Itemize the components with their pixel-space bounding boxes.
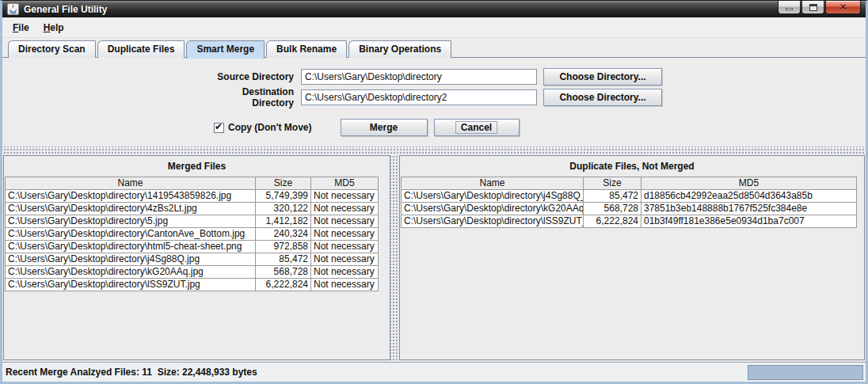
table-cell[interactable]: Not necessary [311, 190, 379, 203]
table-cell[interactable]: Not necessary [311, 203, 379, 215]
table-cell[interactable]: 5,749,399 [256, 190, 311, 203]
vertical-split-divider[interactable] [390, 154, 399, 362]
table-cell[interactable]: 6,222,824 [256, 279, 311, 291]
table-cell[interactable]: C:\Users\Gary\Desktop\directory\j4Sg88Q.… [6, 253, 256, 266]
table-cell[interactable]: C:\Users\Gary\Desktop\directory\j4Sg88Q_… [402, 190, 584, 203]
table-cell[interactable]: 1,412,182 [256, 215, 311, 228]
column-header-md5[interactable]: MD5 [311, 177, 379, 190]
copy-checkbox-label: Copy (Don't Move) [228, 122, 312, 133]
table-cell[interactable]: C:\Users\Gary\Desktop\directory\kG20AAq_… [402, 203, 584, 215]
merged-files-table: Name Size MD5 C:\Users\Gary\Desktop\dire… [5, 177, 379, 291]
close-button[interactable]: ✕ [825, 1, 861, 14]
minimize-button[interactable] [778, 1, 801, 14]
status-bar: Recent Merge Analzyed Files: 11 Size: 22… [2, 362, 866, 382]
table-row[interactable]: C:\Users\Gary\Desktop\directory\lSS9ZUT_… [402, 215, 857, 228]
menu-file[interactable]: File [6, 19, 36, 36]
table-cell[interactable]: 320,122 [256, 203, 311, 215]
table-cell[interactable]: C:\Users\Gary\Desktop\directory\5.jpg [6, 215, 256, 228]
table-header-row: Name Size MD5 [402, 177, 857, 190]
maximize-icon [809, 4, 817, 11]
tab-duplicate-files[interactable]: Duplicate Files [97, 40, 185, 58]
table-cell[interactable]: 37851b3eb148888b1767f525fc384e8e [641, 203, 857, 215]
merged-files-title: Merged Files [4, 156, 390, 177]
table-cell[interactable]: C:\Users\Gary\Desktop\directory\14195438… [6, 190, 256, 203]
title-bar[interactable]: General File Utility ✕ [2, 1, 866, 17]
table-cell[interactable]: 85,472 [584, 190, 641, 203]
destination-directory-input[interactable] [301, 89, 537, 105]
table-row[interactable]: C:\Users\Gary\Desktop\directory\CantonAv… [6, 228, 379, 241]
table-cell[interactable]: C:\Users\Gary\Desktop\directory\4zBs2Lt.… [6, 203, 256, 215]
status-text: Recent Merge Analzyed Files: 11 Size: 22… [6, 367, 257, 378]
column-header-size[interactable]: Size [256, 177, 311, 190]
table-cell[interactable]: d18856cb42992eaa25d8504d3643a85b [641, 190, 857, 203]
results-split-area: Merged Files Name Size MD5 C:\Users\Gary… [2, 154, 866, 362]
cancel-button[interactable]: Cancel [434, 119, 520, 136]
minimize-icon [786, 8, 793, 10]
duplicate-files-title: Duplicate Files, Not Merged [400, 156, 864, 177]
table-cell[interactable]: 6,222,824 [584, 215, 641, 228]
maximize-button[interactable] [801, 1, 824, 14]
table-row[interactable]: C:\Users\Gary\Desktop\directory\kG20AAq_… [402, 203, 857, 215]
merge-button[interactable]: Merge [341, 119, 428, 136]
tab-bulk-rename[interactable]: Bulk Rename [266, 40, 347, 58]
table-row[interactable]: C:\Users\Gary\Desktop\directory\4zBs2Lt.… [6, 203, 379, 215]
app-window: General File Utility ✕ File Help Directo… [0, 0, 868, 384]
window-controls: ✕ [777, 1, 861, 14]
tab-binary-operations[interactable]: Binary Operations [348, 40, 451, 58]
menu-help[interactable]: Help [36, 19, 71, 36]
menu-bar: File Help [2, 17, 866, 38]
tab-smart-merge[interactable]: Smart Merge [186, 40, 265, 59]
choose-destination-directory-button[interactable]: Choose Directory... [543, 89, 662, 106]
table-cell[interactable]: 85,472 [256, 253, 311, 266]
horizontal-split-divider[interactable] [2, 146, 866, 154]
table-row[interactable]: C:\Users\Gary\Desktop\directory\j4Sg88Q_… [402, 190, 857, 203]
close-icon: ✕ [839, 2, 847, 12]
table-cell[interactable]: Not necessary [311, 253, 379, 266]
table-cell[interactable]: Not necessary [311, 266, 379, 279]
duplicate-files-panel: Duplicate Files, Not Merged Name Size MD… [399, 155, 865, 360]
table-row[interactable]: C:\Users\Gary\Desktop\directory\5.jpg1,4… [6, 215, 379, 228]
table-cell[interactable]: C:\Users\Gary\Desktop\directory\kG20AAq.… [6, 266, 256, 279]
table-row[interactable]: C:\Users\Gary\Desktop\directory\kG20AAq.… [6, 266, 379, 279]
table-cell[interactable]: Not necessary [311, 215, 379, 228]
column-header-name[interactable]: Name [6, 177, 256, 190]
table-cell[interactable]: C:\Users\Gary\Desktop\directory\lSS9ZUT.… [6, 279, 256, 291]
progress-bar [748, 365, 863, 380]
table-row[interactable]: C:\Users\Gary\Desktop\directory\j4Sg88Q.… [6, 253, 379, 266]
source-directory-label: Source Directory [198, 71, 301, 82]
copy-checkbox[interactable] [214, 123, 224, 133]
column-header-size[interactable]: Size [584, 177, 641, 190]
table-cell[interactable]: Not necessary [311, 279, 379, 291]
choose-source-directory-button[interactable]: Choose Directory... [543, 68, 662, 86]
duplicate-files-table: Name Size MD5 C:\Users\Gary\Desktop\dire… [401, 177, 857, 228]
smart-merge-form: Source Directory Choose Directory... Des… [2, 58, 866, 146]
source-directory-input[interactable] [301, 69, 537, 85]
column-header-name[interactable]: Name [402, 177, 584, 190]
cancel-button-label: Cancel [456, 122, 497, 133]
column-header-md5[interactable]: MD5 [641, 177, 857, 190]
table-cell[interactable]: C:\Users\Gary\Desktop\directory\lSS9ZUT_… [402, 215, 584, 228]
table-cell[interactable]: Not necessary [311, 228, 379, 241]
merged-files-panel: Merged Files Name Size MD5 C:\Users\Gary… [3, 155, 390, 360]
destination-directory-label: Destination Directory [198, 86, 301, 108]
table-cell[interactable]: C:\Users\Gary\Desktop\directory\html5-ch… [6, 241, 256, 253]
java-app-icon [7, 3, 19, 15]
table-cell[interactable]: 01b3f49ff181e386e5e0934d1ba7c007 [641, 215, 857, 228]
tab-strip: Directory Scan Duplicate Files Smart Mer… [2, 38, 866, 58]
table-row[interactable]: C:\Users\Gary\Desktop\directory\html5-ch… [6, 241, 379, 253]
window-title: General File Utility [24, 4, 107, 15]
table-row[interactable]: C:\Users\Gary\Desktop\directory\14195438… [6, 190, 379, 203]
table-cell[interactable]: Not necessary [311, 241, 379, 253]
table-header-row: Name Size MD5 [6, 177, 379, 190]
table-cell[interactable]: 240,324 [256, 228, 311, 241]
tab-directory-scan[interactable]: Directory Scan [8, 40, 96, 58]
table-cell[interactable]: 568,728 [256, 266, 311, 279]
table-cell[interactable]: 568,728 [584, 203, 641, 215]
table-cell[interactable]: 972,858 [256, 241, 311, 253]
table-cell[interactable]: C:\Users\Gary\Desktop\directory\CantonAv… [6, 228, 256, 241]
table-row[interactable]: C:\Users\Gary\Desktop\directory\lSS9ZUT.… [6, 279, 379, 291]
